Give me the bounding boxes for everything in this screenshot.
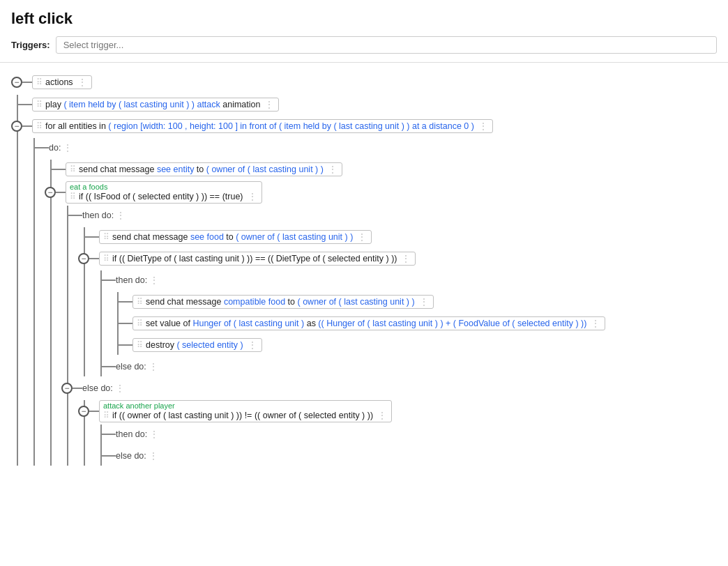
then-do-2-options[interactable]: ⋮ [150,275,158,285]
for-all-collapse-btn[interactable]: − [11,121,22,132]
triggers-row: Triggers: [0,33,728,62]
for-all-block: ⠿ for all entities in ( region [width: 1… [32,119,493,133]
send-chat-1-block: ⠿ send chat message see entity to ( owne… [66,162,342,176]
divider [0,62,728,63]
destroy-text: destroy ( selected entity ) [146,340,243,350]
send-chat-3-text: send chat message compatible food to ( o… [146,297,415,307]
if-owner-collapse-btn[interactable]: − [78,406,89,417]
else-do-3-options[interactable]: ⋮ [149,451,158,461]
send-chat-3-options[interactable]: ⋮ [420,297,428,307]
set-value-handle[interactable]: ⠿ [137,319,143,328]
then-do-2-label: then do: ⋮ [116,275,158,285]
send-chat-2-block: ⠿ send chat message see food to ( owner … [99,230,372,244]
else-do-3-text: else do: [116,451,146,461]
send-chat-2-handle[interactable]: ⠿ [103,232,109,242]
for-all-options[interactable]: ⋮ [479,121,487,131]
do-text: do: [49,143,61,153]
then-do-3-text: then do: [116,429,147,439]
destroy-options[interactable]: ⋮ [248,340,257,350]
trigger-select-input[interactable] [56,36,717,54]
triggers-label: Triggers: [11,40,50,50]
set-value-options[interactable]: ⋮ [591,319,600,328]
send-chat-2-text: send chat message see food to ( owner of… [112,232,353,242]
else-do-2-label: else do: ⋮ [82,383,124,393]
then-do-1-text: then do: [82,211,114,220]
if-isfood-handle[interactable]: ⠿ [70,192,76,201]
then-do-1-options[interactable]: ⋮ [116,211,125,220]
else-do-2-text: else do: [82,383,113,393]
play-text: play ( item held by ( last casting unit … [45,100,260,109]
if-owner-handle[interactable]: ⠿ [103,411,109,420]
actions-block: ⠿ actions ⋮ [32,75,92,89]
else-do-1-label: else do: ⋮ [116,362,158,372]
play-handle[interactable]: ⠿ [36,100,43,109]
send-chat-2-options[interactable]: ⋮ [358,232,366,242]
actions-label: actions [45,77,73,87]
else-do-2-collapse-btn[interactable]: − [61,383,73,394]
send-chat-3-handle[interactable]: ⠿ [137,297,143,307]
if-isfood-block: eat a foods ⠿ if (( IsFood of ( selected… [66,181,262,204]
destroy-handle[interactable]: ⠿ [137,340,143,350]
if-isfood-comment: eat a foods [70,183,107,191]
if-diettype-block: ⠿ if (( DietType of ( last casting unit … [99,252,416,266]
if-isfood-options[interactable]: ⋮ [248,192,257,201]
send-chat-1-text: send chat message see entity to ( owner … [79,165,324,174]
set-value-text: set value of Hunger of ( last casting un… [146,319,586,328]
if-owner-options[interactable]: ⋮ [378,411,386,420]
if-owner-comment: attack another player [103,401,175,410]
if-diettype-text: if (( DietType of ( last casting unit ) … [112,254,397,263]
else-do-1-options[interactable]: ⋮ [149,362,158,372]
send-chat-1-handle[interactable]: ⠿ [70,165,76,174]
play-animation-block: ⠿ play ( item held by ( last casting uni… [32,98,279,112]
actions-collapse-btn[interactable]: − [11,77,22,88]
then-do-2-text: then do: [116,275,147,285]
play-options[interactable]: ⋮ [265,100,273,109]
set-value-block: ⠿ set value of Hunger of ( last casting … [132,316,605,330]
then-do-3-options[interactable]: ⋮ [150,429,158,439]
if-diettype-options[interactable]: ⋮ [402,254,410,263]
send-chat-3-block: ⠿ send chat message compatible food to (… [132,295,434,309]
do-options[interactable]: ⋮ [63,143,72,153]
else-do-3-label: else do: ⋮ [116,451,158,461]
if-owner-text: if (( owner of ( last casting unit ) )) … [112,411,373,420]
for-all-text: for all entities in ( region [width: 100… [45,121,474,131]
tree-container: − ⠿ actions ⋮ ⠿ play ( item held by ( la… [0,70,728,482]
if-diettype-collapse-btn[interactable]: − [78,253,89,264]
else-do-2-options[interactable]: ⋮ [116,383,124,393]
actions-options[interactable]: ⋮ [78,77,86,87]
else-do-1-text: else do: [116,362,146,372]
page-title: left click [0,0,728,33]
then-do-3-label: then do: ⋮ [116,429,158,439]
destroy-block: ⠿ destroy ( selected entity ) ⋮ [132,338,262,352]
for-all-handle[interactable]: ⠿ [36,121,43,131]
send-chat-1-options[interactable]: ⋮ [328,165,337,174]
do-label: do: ⋮ [49,143,72,153]
if-isfood-text: if (( IsFood of ( selected entity ) )) =… [79,192,243,201]
if-owner-block: attack another player ⠿ if (( owner of (… [99,400,392,422]
then-do-1-label: then do: ⋮ [82,211,125,220]
if-isfood-collapse-btn[interactable]: − [45,187,56,198]
if-diettype-handle[interactable]: ⠿ [103,254,109,263]
actions-drag-handle[interactable]: ⠿ [36,77,43,87]
